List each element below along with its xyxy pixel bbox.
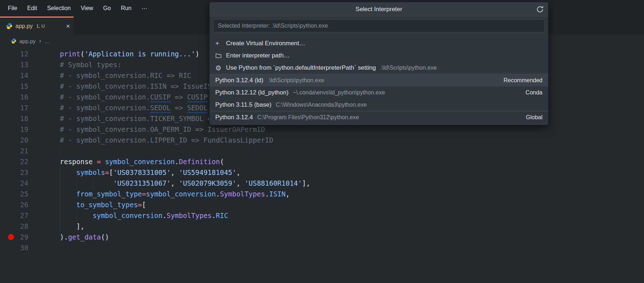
code-text: ], <box>43 221 84 232</box>
line-number[interactable]: 14 <box>0 70 43 81</box>
code-line: 26 to_symbol_types=[ <box>0 199 644 210</box>
code-text: 'US0231351067', 'US02079K3059', 'US88160… <box>43 178 310 189</box>
code-text: ).get_data() <box>43 232 109 242</box>
breadcrumb-more[interactable]: … <box>45 38 50 44</box>
select-interpreter-dialog: Select Interpreter +Create Virtual Envir… <box>209 2 549 125</box>
code-text: symbols=['US0378331005', 'US5949181045', <box>43 167 240 178</box>
breadcrumb-file[interactable]: app.py <box>19 38 36 44</box>
code-line: 19 # - symbol_conversion.OA_PERM_ID => I… <box>0 124 644 135</box>
code-line: 29 ).get_data() <box>0 232 644 242</box>
line-number[interactable]: 16 <box>0 92 43 102</box>
option-label: Python 3.12.12 (ld_python) <box>215 89 288 96</box>
menu-item-run[interactable]: Run <box>116 0 136 17</box>
code-text: # - symbol_conversion.SEDOL => SEDOL <box>43 102 208 113</box>
interpreter-option[interactable]: Enter interpreter path… <box>210 50 548 62</box>
line-number[interactable]: 28 <box>0 221 43 232</box>
dialog-input-row <box>210 17 548 35</box>
indent-guide <box>60 199 60 210</box>
interpreter-list: +Create Virtual Environment…Enter interp… <box>210 35 548 125</box>
option-description: ~\.conda\envs\ld_python\python.exe <box>293 89 385 96</box>
tab-dirty-badge: 1, U <box>36 23 45 29</box>
dialog-title: Select Interpreter <box>356 6 402 13</box>
line-number[interactable]: 13 <box>0 59 43 70</box>
interpreter-option[interactable]: Python 3.12.4 (ld).\ld\Scripts\python.ex… <box>210 74 548 87</box>
line-number[interactable]: 17 <box>0 102 43 113</box>
dialog-title-bar: Select Interpreter <box>210 2 548 17</box>
code-line: 30 <box>0 242 644 253</box>
plus-icon: + <box>215 40 226 47</box>
line-number[interactable]: 18 <box>0 113 43 124</box>
indent-guide <box>60 189 60 199</box>
menu-item-view[interactable]: View <box>76 0 98 17</box>
tab-app-py[interactable]: app.py 1, U × <box>0 17 74 34</box>
option-label: Use Python from `python.defaultInterpret… <box>226 64 376 71</box>
line-number[interactable]: 23 <box>0 167 43 178</box>
close-icon[interactable]: × <box>66 23 70 29</box>
code-line: 24 'US0231351067', 'US02079K3059', 'US88… <box>0 178 644 189</box>
option-label: Python 3.12.4 <box>215 114 253 121</box>
code-line: 27 symbol_conversion.SymbolTypes.RIC <box>0 210 644 221</box>
code-line: 25 from_symbol_type=symbol_conversion.Sy… <box>0 189 644 199</box>
gear-icon: ⚙ <box>215 64 226 72</box>
code-text: # - symbol_conversion.RIC => RIC <box>43 70 191 81</box>
line-number[interactable]: 19 <box>0 124 43 135</box>
interpreter-option[interactable]: Python 3.12.4C:\Program Files\Python312\… <box>210 111 548 124</box>
line-number[interactable]: 12 <box>0 48 43 59</box>
python-icon <box>6 23 13 29</box>
tab-label: app.py <box>15 23 33 29</box>
code-line: 21 <box>0 145 644 156</box>
code-text: symbol_conversion.SymbolTypes.RIC <box>43 210 228 221</box>
line-number[interactable]: 29 <box>0 232 43 242</box>
interpreter-option[interactable]: ⚙Use Python from `python.defaultInterpre… <box>210 62 548 74</box>
breakpoint-icon[interactable] <box>8 234 14 240</box>
code-text: to_symbol_types=[ <box>43 199 146 210</box>
line-number[interactable]: 30 <box>0 242 43 253</box>
code-text: from_symbol_type=symbol_conversion.Symbo… <box>43 189 290 199</box>
code-text: response = symbol_conversion.Definition( <box>43 156 224 167</box>
option-description: C:\Windows\Anaconda3\python.exe <box>276 102 367 108</box>
line-number[interactable]: 20 <box>0 135 43 145</box>
refresh-icon[interactable] <box>536 5 544 13</box>
line-number[interactable]: 21 <box>0 145 43 156</box>
menu-item-edit[interactable]: Edit <box>22 0 42 17</box>
option-description: C:\Program Files\Python312\python.exe <box>257 114 359 121</box>
line-number[interactable]: 22 <box>0 156 43 167</box>
option-badge: Conda <box>518 89 542 96</box>
option-badge: Recommended <box>497 77 543 84</box>
indent-guide <box>60 145 60 156</box>
line-number[interactable]: 25 <box>0 189 43 199</box>
code-line: 28 ], <box>0 221 644 232</box>
code-text: print('Application is running...') <box>43 48 199 59</box>
interpreter-option[interactable]: Python 3.12.12 (ld_python)~\.conda\envs\… <box>210 87 548 99</box>
interpreter-option[interactable]: +Create Virtual Environment… <box>210 37 548 50</box>
menu-item-more[interactable]: ⋯ <box>136 0 152 17</box>
menu-item-selection[interactable]: Selection <box>42 0 76 17</box>
code-line: 22 response = symbol_conversion.Definiti… <box>0 156 644 167</box>
option-label: Python 3.12.4 (ld) <box>215 77 263 84</box>
code-text: # - symbol_conversion.ISIN => IssueISIN <box>43 81 220 92</box>
option-description: .\ld\Scripts\python.exe <box>268 77 324 84</box>
indent-guide <box>60 221 60 232</box>
line-number[interactable]: 26 <box>0 199 43 210</box>
code-text: # Symbol types: <box>43 59 121 70</box>
menu-item-go[interactable]: Go <box>98 0 116 17</box>
line-number[interactable]: 15 <box>0 81 43 92</box>
interpreter-option[interactable]: Python 3.11.5 (base)C:\Windows\Anaconda3… <box>210 99 548 111</box>
chevron-right-icon: › <box>39 37 41 45</box>
menu-item-file[interactable]: File <box>3 0 22 17</box>
option-description: .\ld\Scripts\python.exe <box>380 65 437 71</box>
python-icon <box>11 38 17 44</box>
code-text: # - symbol_conversion.OA_PERM_ID => Issu… <box>43 124 265 135</box>
indent-guide <box>93 178 93 189</box>
indent-guide <box>76 210 77 221</box>
line-number[interactable]: 24 <box>0 178 43 189</box>
indent-guide <box>60 210 60 221</box>
interpreter-search-input[interactable] <box>213 19 545 32</box>
option-label: Enter interpreter path… <box>226 52 290 59</box>
option-label: Python 3.11.5 (base) <box>215 101 272 108</box>
option-badge: Global <box>519 114 542 121</box>
code-line: 20 # - symbol_conversion.LIPPER_ID => Fu… <box>0 135 644 145</box>
option-label: Create Virtual Environment… <box>226 40 305 47</box>
line-number[interactable]: 27 <box>0 210 43 221</box>
folder-icon <box>215 52 226 59</box>
